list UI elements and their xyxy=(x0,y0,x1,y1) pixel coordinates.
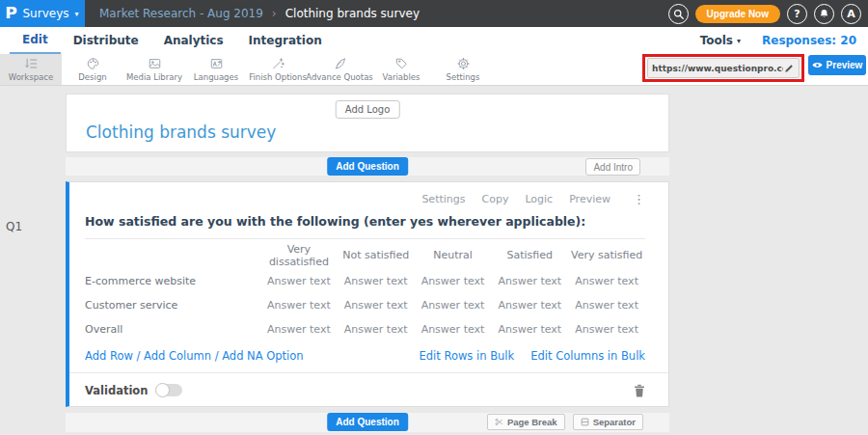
matrix-row-label[interactable]: Customer service xyxy=(85,299,260,312)
notifications-button[interactable] xyxy=(814,4,834,24)
link-separator: / xyxy=(137,349,141,363)
survey-url-input[interactable] xyxy=(652,64,783,73)
toolbar-item-settings[interactable]: Settings xyxy=(432,54,494,85)
scissors-icon xyxy=(495,418,503,426)
separator-button[interactable]: Separator xyxy=(573,414,643,430)
matrix-answer-cell[interactable]: Answer text xyxy=(260,275,338,287)
search-button[interactable] xyxy=(668,4,689,24)
add-column-link[interactable]: Add Column xyxy=(144,349,211,363)
matrix-row: Overall Answer text Answer text Answer t… xyxy=(85,317,645,341)
survey-title[interactable]: Clothing brands survey xyxy=(86,122,276,142)
edit-columns-in-bulk-link[interactable]: Edit Columns in Bulk xyxy=(530,349,645,363)
gear-icon xyxy=(456,57,471,70)
matrix-answer-cell[interactable]: Answer text xyxy=(491,275,568,287)
matrix-answer-cell[interactable]: Answer text xyxy=(568,275,645,287)
edit-url-pencil-icon[interactable] xyxy=(783,63,795,74)
responses-count[interactable]: Responses: 20 xyxy=(762,34,856,47)
matrix-answer-cell[interactable]: Answer text xyxy=(491,299,568,312)
tools-dropdown[interactable]: Tools ▾ xyxy=(700,34,741,47)
matrix-column-header[interactable]: Neutral xyxy=(415,249,492,261)
tag-icon xyxy=(394,57,409,70)
matrix-column-header[interactable]: Satisfied xyxy=(491,249,568,261)
matrix-answer-cell[interactable]: Answer text xyxy=(415,275,492,287)
question-settings-link[interactable]: Settings xyxy=(421,193,465,205)
matrix-header-row: Very dissatisfied Not satisfied Neutral … xyxy=(85,241,645,269)
toolbar-item-variables[interactable]: Variables xyxy=(370,54,432,85)
matrix-answer-cell[interactable]: Answer text xyxy=(491,323,568,336)
matrix-column-header[interactable]: Not satisfied xyxy=(338,249,415,261)
matrix-answer-cell[interactable]: Answer text xyxy=(568,323,645,336)
kebab-menu-icon[interactable]: ⋮ xyxy=(633,192,645,206)
add-logo-button[interactable]: Add Logo xyxy=(336,100,400,119)
toolbar-item-finish-options[interactable]: Finish Options xyxy=(247,54,309,85)
footer-right-buttons: Page Break Separator xyxy=(487,414,643,430)
toolbar-item-design[interactable]: Design xyxy=(62,54,123,85)
bell-icon xyxy=(819,9,829,19)
question-text[interactable]: How satisfied are you with the following… xyxy=(85,214,645,229)
question-copy-link[interactable]: Copy xyxy=(482,193,509,205)
matrix-column-header[interactable]: Very satisfied xyxy=(568,249,645,261)
account-avatar[interactable]: A xyxy=(841,4,861,24)
app-menu-label: Surveys xyxy=(22,7,68,20)
page-break-label: Page Break xyxy=(507,417,557,427)
add-question-button-top[interactable]: Add Question xyxy=(327,157,408,176)
section-nav: Edit Distribute Analytics Integration To… xyxy=(0,27,868,54)
toolbar-item-media-library[interactable]: Media Library xyxy=(123,54,185,85)
upgrade-now-button[interactable]: Upgrade Now xyxy=(695,5,780,23)
matrix-answer-cell[interactable]: Answer text xyxy=(260,323,338,336)
languages-icon xyxy=(209,57,224,70)
validation-label: Validation xyxy=(85,384,148,397)
surveys-app-menu[interactable]: P Surveys ▾ xyxy=(0,0,85,27)
question-preview-link[interactable]: Preview xyxy=(569,193,610,205)
matrix-answer-cell[interactable]: Answer text xyxy=(260,299,338,312)
question-logic-link[interactable]: Logic xyxy=(525,193,553,205)
toolbar-item-label: Variables xyxy=(383,72,420,82)
toolbar-item-workspace[interactable]: Workspace xyxy=(0,54,62,85)
matrix-row-label[interactable]: E-commerce website xyxy=(85,275,260,287)
footer-row: Add Question Page Break Separator xyxy=(66,413,669,432)
questionpro-logo-icon: P xyxy=(6,5,18,22)
matrix-column-header[interactable]: Very dissatisfied xyxy=(260,243,338,268)
preview-label: Preview xyxy=(827,60,863,70)
add-question-button-bottom[interactable]: Add Question xyxy=(327,413,408,431)
search-icon xyxy=(673,9,684,19)
help-button[interactable]: ? xyxy=(787,4,807,24)
add-intro-button[interactable]: Add Intro xyxy=(585,158,640,176)
edit-rows-in-bulk-link[interactable]: Edit Rows in Bulk xyxy=(420,349,515,363)
toggle-knob xyxy=(155,383,170,397)
tab-distribute[interactable]: Distribute xyxy=(61,27,151,54)
matrix-answer-cell[interactable]: Answer text xyxy=(338,323,415,336)
workspace-icon xyxy=(24,57,39,70)
add-row-link[interactable]: Add Row xyxy=(85,349,133,363)
tab-analytics[interactable]: Analytics xyxy=(151,27,236,54)
quotas-icon xyxy=(333,57,347,70)
matrix-answer-cell[interactable]: Answer text xyxy=(338,299,415,312)
survey-url-field[interactable] xyxy=(647,58,800,78)
breadcrumb-folder[interactable]: Market Research - Aug 2019 xyxy=(99,7,263,20)
tab-integration[interactable]: Integration xyxy=(236,27,335,54)
page-break-button[interactable]: Page Break xyxy=(487,414,565,430)
divider xyxy=(85,238,645,239)
chevron-down-icon: ▾ xyxy=(737,37,741,45)
toolbar-item-label: Languages xyxy=(194,72,238,82)
add-na-option-link[interactable]: Add NA Option xyxy=(222,349,303,363)
question-mark-icon: ? xyxy=(794,8,800,20)
breadcrumb: Market Research - Aug 2019 › Clothing br… xyxy=(99,7,420,20)
link-separator: / xyxy=(215,349,219,363)
matrix-answer-cell[interactable]: Answer text xyxy=(568,299,645,312)
matrix-row-label[interactable]: Overall xyxy=(85,323,260,336)
tab-edit[interactable]: Edit xyxy=(10,27,61,54)
avatar-initial: A xyxy=(847,8,855,20)
toolbar-item-languages[interactable]: Languages xyxy=(185,54,247,85)
delete-question-button[interactable] xyxy=(634,384,645,397)
matrix-answer-cell[interactable]: Answer text xyxy=(415,323,492,336)
trash-icon xyxy=(634,384,645,397)
toolbar-item-advance-quotas[interactable]: Advance Quotas xyxy=(309,54,370,85)
toolbar-item-label: Finish Options xyxy=(249,72,307,82)
matrix-answer-cell[interactable]: Answer text xyxy=(415,299,492,312)
preview-button[interactable]: Preview xyxy=(808,55,866,75)
matrix-answer-cell[interactable]: Answer text xyxy=(338,275,415,287)
validation-row: Validation xyxy=(85,373,645,407)
validation-toggle[interactable] xyxy=(156,384,182,396)
matrix-row: E-commerce website Answer text Answer te… xyxy=(85,269,645,293)
